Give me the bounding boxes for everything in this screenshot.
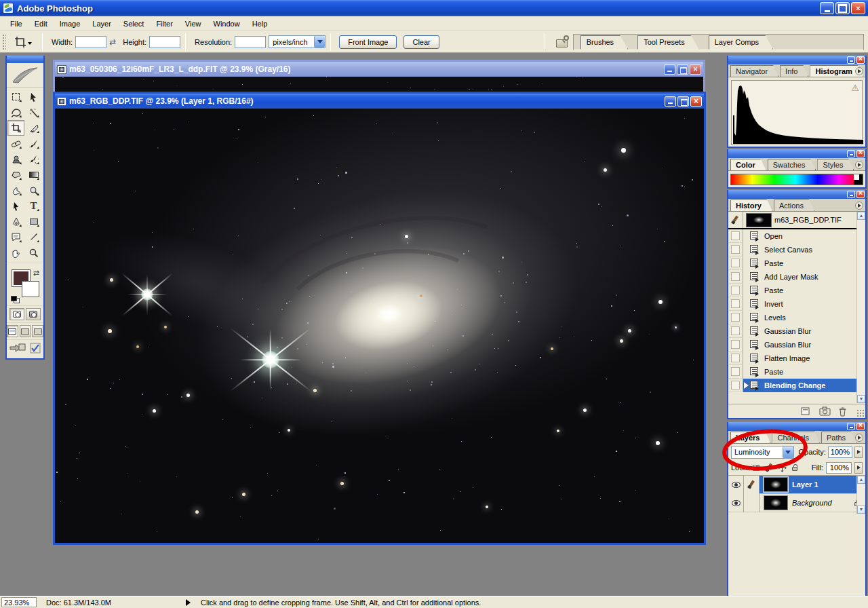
tool-crop[interactable] — [7, 120, 24, 136]
history-source-checkbox[interactable] — [728, 311, 743, 324]
lock-all-icon[interactable] — [790, 463, 800, 472]
photoshop-feather-logo[interactable] — [7, 63, 43, 88]
history-source-checkbox[interactable] — [728, 352, 743, 365]
palette-minimize-button[interactable] — [847, 150, 855, 157]
clear-button[interactable]: Clear — [403, 35, 439, 49]
doc-close-button[interactable] — [690, 96, 702, 107]
history-state-row[interactable]: Gaussian Blur — [728, 324, 865, 338]
history-source-checkbox[interactable] — [728, 365, 743, 379]
history-brush-source[interactable] — [728, 212, 743, 228]
imageready-check-icon[interactable] — [30, 343, 41, 355]
tool-pen[interactable] — [7, 214, 24, 229]
tab-info[interactable]: Info — [780, 65, 808, 77]
swap-colors-icon[interactable]: ⇄ — [33, 269, 39, 278]
new-document-from-state-button[interactable] — [800, 406, 812, 417]
tab-history[interactable]: History — [730, 200, 772, 211]
panel-menu-icon[interactable] — [855, 434, 863, 442]
layer-row-background[interactable]: Background — [728, 494, 865, 512]
palette-titlebar[interactable] — [728, 422, 865, 431]
standard-screen-button[interactable] — [7, 325, 18, 337]
default-colors-icon[interactable] — [11, 296, 19, 303]
history-state-label[interactable]: Paste — [764, 368, 783, 376]
menu-image[interactable]: Image — [54, 18, 87, 30]
height-field[interactable] — [149, 36, 180, 48]
tool-hand[interactable] — [7, 245, 24, 261]
opacity-slider-arrow[interactable] — [854, 446, 863, 458]
resolution-field[interactable] — [235, 36, 266, 48]
palette-minimize-button[interactable] — [847, 56, 855, 64]
history-source-checkbox[interactable] — [728, 270, 743, 284]
tool-gradient[interactable] — [25, 167, 42, 183]
palette-titlebar[interactable] — [728, 190, 865, 199]
tool-magic-wand[interactable] — [25, 104, 42, 120]
tool-eyedropper[interactable] — [25, 229, 42, 245]
toolbox-titlebar[interactable] — [7, 56, 43, 63]
file-browser-toggle-icon[interactable] — [555, 35, 570, 49]
menu-file[interactable]: File — [4, 18, 28, 30]
tool-smudge[interactable] — [7, 183, 24, 198]
history-state-label[interactable]: Flatten Image — [764, 354, 810, 362]
history-state-row[interactable]: Paste — [728, 256, 865, 270]
width-field[interactable] — [75, 36, 106, 48]
menu-window[interactable]: Window — [208, 18, 246, 30]
doc-minimize-button[interactable] — [665, 96, 676, 107]
delete-state-button[interactable] — [838, 406, 850, 417]
palette-close-button[interactable] — [856, 423, 865, 430]
document-window-rgb[interactable]: m63_RGB_DDP.TIF @ 23.9% (Layer 1, RGB/16… — [53, 92, 706, 545]
doc-close-button[interactable] — [690, 64, 701, 75]
history-state-row[interactable]: Add Layer Mask — [728, 270, 865, 284]
document-size-readout[interactable]: Doc: 61.3M/143.0M — [46, 598, 111, 607]
palette-close-button[interactable] — [856, 191, 865, 198]
history-source-checkbox[interactable] — [728, 243, 743, 256]
history-state-row[interactable]: Blending Change — [728, 379, 865, 392]
tab-color[interactable]: Color — [730, 159, 766, 170]
tab-styles[interactable]: Styles — [817, 159, 854, 170]
panel-menu-icon[interactable] — [855, 202, 863, 210]
options-bar-grip[interactable] — [2, 34, 6, 50]
background-color-swatch[interactable] — [22, 281, 39, 297]
tab-swatches[interactable]: Swatches — [768, 159, 816, 170]
history-state-label[interactable]: Paste — [764, 286, 783, 294]
tool-history-brush[interactable] — [25, 151, 42, 167]
history-source-checkbox[interactable] — [728, 256, 743, 270]
visibility-toggle[interactable] — [728, 494, 744, 512]
history-state-row[interactable]: Gaussian Blur — [728, 338, 865, 352]
well-tab-tool-presets[interactable]: Tool Presets — [637, 35, 699, 50]
history-state-row[interactable]: Paste — [728, 284, 865, 297]
layers-scrollbar[interactable]: ▲ ▼ — [856, 476, 865, 514]
history-state-label[interactable]: Invert — [764, 300, 783, 308]
blend-mode-dropdown[interactable]: Luminosity — [731, 446, 794, 459]
history-state-row[interactable]: Levels — [728, 311, 865, 324]
history-scrollbar[interactable]: ▲ ▼ — [856, 212, 865, 403]
history-state-label[interactable]: Add Layer Mask — [764, 273, 818, 281]
history-source-checkbox[interactable] — [728, 324, 743, 338]
close-button[interactable]: × — [851, 2, 865, 14]
layer-name[interactable]: Layer 1 — [792, 480, 865, 489]
tab-paths[interactable]: Paths — [821, 432, 856, 443]
layer-thumbnail[interactable] — [764, 495, 788, 510]
layer-name[interactable]: Background — [792, 499, 854, 507]
panel-menu-icon[interactable] — [855, 161, 863, 169]
resolution-unit-dropdown[interactable]: pixels/inch — [269, 35, 326, 48]
swap-dimensions-icon[interactable]: ⇄ — [109, 37, 116, 47]
palette-close-button[interactable] — [856, 150, 865, 157]
fill-slider-arrow[interactable] — [854, 462, 863, 474]
menu-layer[interactable]: Layer — [86, 18, 117, 30]
well-tab-brushes[interactable]: Brushes — [580, 35, 628, 50]
lock-transparency-icon[interactable] — [751, 463, 761, 472]
new-snapshot-button[interactable] — [819, 406, 831, 417]
tool-rectangular-marquee[interactable] — [7, 89, 24, 104]
layer-row-layer1[interactable]: Layer 1 — [728, 476, 865, 494]
zoom-level-field[interactable]: 23.93% — [1, 597, 37, 607]
palette-titlebar[interactable] — [728, 56, 865, 64]
lock-position-icon[interactable] — [777, 463, 787, 472]
tool-lasso[interactable] — [7, 104, 24, 120]
edit-in-imageready-button[interactable] — [9, 343, 27, 355]
inactive-doc-titlebar[interactable]: m63_050306_12i60mF_LR3_L_ddp.FIT @ 23.9%… — [55, 62, 703, 77]
scroll-up-icon[interactable]: ▲ — [857, 476, 865, 484]
opacity-value[interactable]: 100% — [828, 446, 852, 458]
history-state-row[interactable]: Select Canvas — [728, 243, 865, 256]
palette-titlebar[interactable] — [728, 149, 865, 158]
tab-navigator[interactable]: Navigator — [730, 65, 778, 77]
quick-mask-mode-button[interactable] — [26, 308, 41, 320]
